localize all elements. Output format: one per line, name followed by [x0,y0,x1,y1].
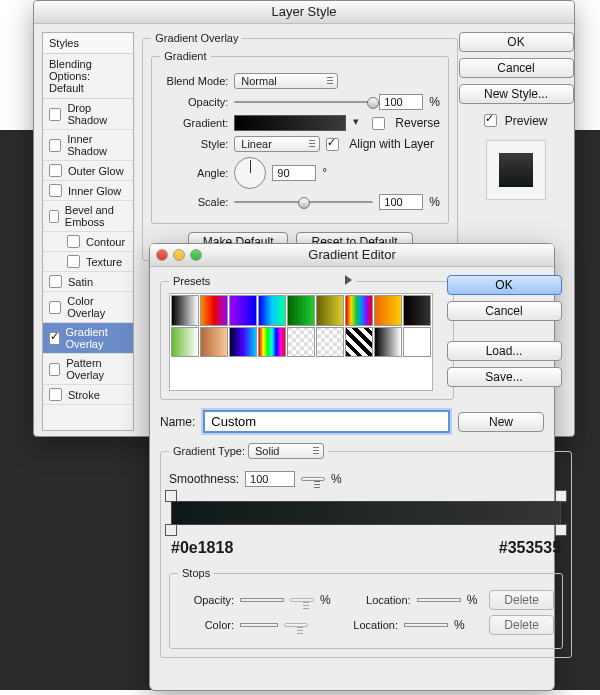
opacity-slider[interactable] [234,96,373,108]
preset-swatch[interactable] [316,295,344,326]
layer-style-titlebar[interactable]: Layer Style [34,1,574,24]
stops-fieldset: Stops Opacity: % Location: % Delete Colo… [169,567,563,649]
zoom-icon[interactable] [190,249,202,261]
preset-swatch[interactable] [200,327,228,358]
align-checkbox[interactable] [326,138,339,151]
styles-item-drop-shadow[interactable]: Drop Shadow [43,99,133,130]
preset-swatch[interactable] [345,327,373,358]
preset-swatch[interactable] [403,358,431,389]
styles-item-inner-shadow[interactable]: Inner Shadow [43,130,133,161]
ge-new-button[interactable]: New [458,412,544,432]
preview-swatch [486,140,546,200]
color-stop-left[interactable] [165,524,177,536]
preview-checkbox[interactable] [484,114,497,127]
preset-swatch[interactable] [403,327,431,358]
styles-checkbox[interactable] [49,210,59,223]
reverse-checkbox[interactable] [372,117,385,130]
style-select[interactable]: Linear [234,136,320,152]
name-input[interactable] [203,410,450,433]
blending-options[interactable]: Blending Options: Default [43,54,133,99]
preset-swatch[interactable] [171,327,199,358]
preset-swatch[interactable] [229,358,257,389]
styles-checkbox[interactable] [49,184,62,197]
preset-swatch[interactable] [171,295,199,326]
styles-item-satin[interactable]: Satin [43,272,133,292]
preset-swatch[interactable] [229,295,257,326]
preset-swatch[interactable] [171,358,199,389]
preset-swatch[interactable] [374,295,402,326]
gradient-bar[interactable] [234,115,346,131]
preset-swatch[interactable] [374,327,402,358]
preset-swatch[interactable] [287,295,315,326]
preset-swatch[interactable] [345,295,373,326]
scale-field[interactable]: 100 [379,194,423,210]
styles-item-stroke[interactable]: Stroke [43,385,133,405]
preset-swatch[interactable] [374,358,402,389]
styles-item-contour[interactable]: Contour [43,232,133,252]
gradient-type-select[interactable]: Solid [248,443,324,459]
styles-item-label: Gradient Overlay [66,326,131,350]
scale-slider[interactable] [234,196,373,208]
color-stop-right[interactable] [555,524,567,536]
preset-swatch[interactable] [316,327,344,358]
stops-legend: Stops [178,567,214,579]
styles-checkbox[interactable] [49,332,60,345]
presets-menu-icon[interactable] [345,275,352,285]
styles-checkbox[interactable] [49,275,62,288]
new-style-button[interactable]: New Style... [459,84,574,104]
minimize-icon[interactable] [173,249,185,261]
stops-opacity-delete-button: Delete [489,590,554,610]
styles-item-outer-glow[interactable]: Outer Glow [43,161,133,181]
preset-swatch[interactable] [287,327,315,358]
styles-item-color-overlay[interactable]: Color Overlay [43,292,133,323]
preset-swatch[interactable] [345,358,373,389]
styles-checkbox[interactable] [49,301,61,314]
scale-label: Scale: [160,196,228,208]
preset-swatch[interactable] [258,327,286,358]
traffic-lights[interactable] [156,249,202,261]
preview-label: Preview [505,114,548,128]
smoothness-dropdown[interactable] [301,477,325,481]
styles-item-label: Drop Shadow [67,102,130,126]
styles-item-gradient-overlay[interactable]: Gradient Overlay [43,323,133,354]
preset-swatch[interactable] [403,295,431,326]
gradient-strip[interactable] [171,501,561,525]
close-icon[interactable] [156,249,168,261]
styles-checkbox[interactable] [49,164,62,177]
preset-swatch[interactable] [258,295,286,326]
styles-checkbox[interactable] [49,388,62,401]
styles-item-pattern-overlay[interactable]: Pattern Overlay [43,354,133,385]
gradient-editor-titlebar[interactable]: Gradient Editor [150,244,554,267]
styles-checkbox[interactable] [49,139,61,152]
align-label: Align with Layer [349,137,434,151]
preset-swatch[interactable] [287,358,315,389]
styles-item-inner-glow[interactable]: Inner Glow [43,181,133,201]
smoothness-field[interactable]: 100 [245,471,295,487]
styles-checkbox[interactable] [67,255,80,268]
cancel-button[interactable]: Cancel [459,58,574,78]
preset-swatch[interactable] [229,327,257,358]
preset-swatch[interactable] [200,295,228,326]
angle-field[interactable]: 90 [272,165,316,181]
preset-swatch[interactable] [258,358,286,389]
hex-right: #353535 [499,539,561,557]
style-label: Style: [160,138,228,150]
preset-swatch[interactable] [200,358,228,389]
styles-checkbox[interactable] [49,108,61,121]
preset-swatch[interactable] [316,358,344,389]
blend-mode-select[interactable]: Normal [234,73,338,89]
ok-button[interactable]: OK [459,32,574,52]
ge-save-button[interactable]: Save... [447,367,562,387]
ge-ok-button[interactable]: OK [447,275,562,295]
presets-fieldset: Presets [160,275,454,400]
ge-cancel-button[interactable]: Cancel [447,301,562,321]
angle-dial[interactable] [234,157,266,189]
styles-item-texture[interactable]: Texture [43,252,133,272]
styles-item-label: Bevel and Emboss [65,204,130,228]
styles-header[interactable]: Styles [43,33,133,54]
ge-load-button[interactable]: Load... [447,341,562,361]
styles-checkbox[interactable] [49,363,60,376]
styles-checkbox[interactable] [67,235,80,248]
styles-item-bevel-and-emboss[interactable]: Bevel and Emboss [43,201,133,232]
opacity-field[interactable]: 100 [379,94,423,110]
